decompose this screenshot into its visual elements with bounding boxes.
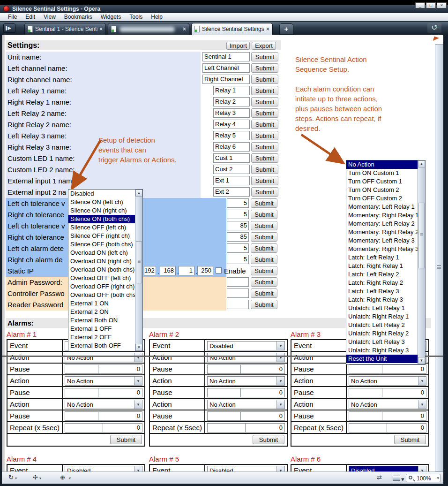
pause-input[interactable]: 0 xyxy=(240,388,285,397)
dropdown-option[interactable]: External 2 OFF xyxy=(68,333,135,342)
action-select[interactable]: No Action▾ xyxy=(349,376,426,386)
pause-input[interactable]: 0 xyxy=(382,388,426,397)
dropdown-option[interactable]: Latch: Right Relay 3 xyxy=(346,296,418,304)
new-tab-button[interactable]: + xyxy=(279,23,293,35)
ip-octet-input[interactable]: 168 xyxy=(160,266,176,275)
submit-button[interactable]: Submit xyxy=(251,165,278,174)
dropdown-option[interactable]: Silence ON (right ch) xyxy=(68,206,135,215)
setting-input[interactable]: Relay 4 xyxy=(213,120,250,129)
pause-input[interactable]: 0 xyxy=(382,364,426,374)
titlebar[interactable]: Silence Sentinal Settings - Opera _ □ × xyxy=(0,5,448,13)
import-button[interactable]: Import xyxy=(226,42,250,50)
submit-button[interactable]: Submit xyxy=(251,232,277,242)
dropdown-scrollbar[interactable]: ▲ ▼ xyxy=(135,190,142,351)
action-select[interactable]: No Action▾ xyxy=(349,400,426,409)
image-toggle-icon[interactable] xyxy=(393,476,400,481)
setting-input[interactable]: 85 xyxy=(227,221,249,230)
setting-input[interactable]: Cust 2 xyxy=(213,165,250,174)
scroll-down-icon[interactable]: ▼ xyxy=(135,344,142,351)
submit-button[interactable]: Submit xyxy=(251,289,277,298)
dropdown-option[interactable]: Momentary: Right Relay 1 xyxy=(346,211,418,220)
setting-input[interactable]: Relay 5 xyxy=(213,131,250,140)
setting-input[interactable]: Relay 6 xyxy=(213,142,250,152)
dropdown-option[interactable]: Overload OFF (left ch) xyxy=(68,274,135,282)
dropdown-option[interactable]: Momentary: Right Relay 2 xyxy=(346,228,418,236)
dropdown-option[interactable]: Silence OFF (left ch) xyxy=(68,223,135,232)
alarm-submit-button[interactable]: Submit xyxy=(253,435,284,444)
dropdown-option[interactable]: External Both OFF xyxy=(68,342,135,350)
dropdown-option[interactable]: External Both ON xyxy=(68,316,135,325)
action-select[interactable]: No Action▾ xyxy=(207,376,285,386)
submit-button[interactable]: Submit xyxy=(251,153,278,163)
setting-input[interactable]: Cust 1 xyxy=(213,153,250,163)
zoom-control[interactable]: 100% ▾ xyxy=(406,474,441,482)
submit-button[interactable]: Submit xyxy=(251,63,278,73)
dropdown-option[interactable]: Turn ON Custom 2 xyxy=(346,186,418,194)
submit-button[interactable]: Submit xyxy=(251,300,277,309)
submit-button[interactable]: Submit xyxy=(251,97,278,106)
ip-octet-input[interactable]: 1 xyxy=(179,266,194,275)
pause-input[interactable]: 0 xyxy=(240,411,285,421)
submit-button[interactable]: Submit xyxy=(251,131,278,140)
minimize-button[interactable]: _ xyxy=(415,2,425,8)
event-select[interactable]: Disabled▾ xyxy=(65,466,142,471)
dropdown-option[interactable]: Disabled xyxy=(68,190,135,198)
pause-input[interactable]: 0 xyxy=(240,364,285,374)
dropdown-option[interactable]: Unlatch: Right Relay 2 xyxy=(346,329,418,338)
dropdown-option[interactable]: Turn OFF Custom 2 xyxy=(346,194,418,203)
setting-input[interactable]: Ext 1 xyxy=(213,176,250,185)
setting-input[interactable]: Relay 3 xyxy=(213,108,250,118)
dropdown-option[interactable]: Latch: Right Relay 1 xyxy=(346,262,418,270)
dropdown-option[interactable]: External 1 OFF xyxy=(68,325,135,333)
submit-button[interactable]: Submit xyxy=(251,243,277,253)
password-input[interactable] xyxy=(227,289,249,298)
setting-input[interactable]: Relay 1 xyxy=(213,86,250,95)
action-select[interactable]: No Action▾ xyxy=(207,353,285,362)
submit-button[interactable]: Submit xyxy=(251,108,278,118)
submit-button[interactable]: Submit xyxy=(251,198,277,208)
network-icon[interactable]: ⊕▾ xyxy=(60,474,71,481)
tab-close-icon[interactable]: × xyxy=(266,26,269,32)
dropdown-option[interactable]: Latch: Left Relay 2 xyxy=(346,270,418,279)
setting-input[interactable]: 5 xyxy=(227,198,249,208)
submit-button[interactable]: Submit xyxy=(251,142,278,152)
submit-button[interactable]: Submit xyxy=(251,266,277,275)
dropdown-option[interactable]: Latch: Right Relay 2 xyxy=(346,279,418,287)
fit-width-icon[interactable]: ⇄ xyxy=(377,474,382,481)
dropdown-option[interactable]: Momentary: Left Relay 1 xyxy=(346,203,418,211)
event-select[interactable]: Disabled▾ xyxy=(207,466,285,471)
dropdown-option[interactable]: Turn ON Custom 1 xyxy=(346,169,418,177)
scrollbar-thumb[interactable] xyxy=(136,241,142,283)
turbo-icon[interactable]: ✣▾ xyxy=(33,474,41,481)
dropdown-option[interactable]: Momentary: Left Relay 3 xyxy=(346,236,418,245)
menu-item[interactable]: Bookmarks xyxy=(60,14,97,20)
dropdown-option[interactable]: External 1 ON xyxy=(68,299,135,308)
menu-item[interactable]: Edit xyxy=(21,14,39,20)
scroll-up-icon[interactable]: ▲ xyxy=(418,160,425,167)
menu-item[interactable]: Help xyxy=(147,14,167,20)
tab-close-icon[interactable]: × xyxy=(183,26,186,32)
tab-close-icon[interactable]: × xyxy=(99,26,103,32)
pause-input[interactable]: 0 xyxy=(98,411,142,421)
setting-input[interactable]: Relay 2 xyxy=(213,97,250,106)
static-ip-enable-checkbox[interactable] xyxy=(216,267,222,273)
dropdown-option[interactable]: Unlatch: Right Relay 1 xyxy=(346,312,418,321)
sync-icon[interactable]: ↻▾ xyxy=(8,474,17,481)
repeat-input[interactable]: 0 xyxy=(245,423,285,433)
submit-button[interactable]: Submit xyxy=(251,187,278,197)
dropdown-option[interactable]: Overload ON (right ch) xyxy=(68,257,135,266)
dropdown-option[interactable]: Overload ON (left ch) xyxy=(68,249,135,257)
alarm-submit-button[interactable]: Submit xyxy=(394,435,426,444)
dropdown-option[interactable]: Unlatch: Left Relay 1 xyxy=(346,304,418,312)
browser-tab[interactable]: Sentinal 1 - Silence Sentinal × xyxy=(24,23,106,35)
submit-button[interactable]: Submit xyxy=(251,221,277,230)
setting-input[interactable]: Ext 2 xyxy=(213,187,250,197)
event-select[interactable]: Disabled▾ xyxy=(207,341,285,350)
setting-input[interactable]: Sentinal 1 xyxy=(202,52,250,61)
dropdown-option[interactable]: Silence OFF (right ch) xyxy=(68,232,135,240)
submit-button[interactable]: Submit xyxy=(251,120,278,129)
submit-button[interactable]: Submit xyxy=(251,52,278,61)
image-toggle-caret-icon[interactable]: ▾ xyxy=(401,476,404,483)
action-select[interactable]: No Action▾ xyxy=(207,400,285,409)
repeat-input[interactable]: 0 xyxy=(103,423,142,433)
